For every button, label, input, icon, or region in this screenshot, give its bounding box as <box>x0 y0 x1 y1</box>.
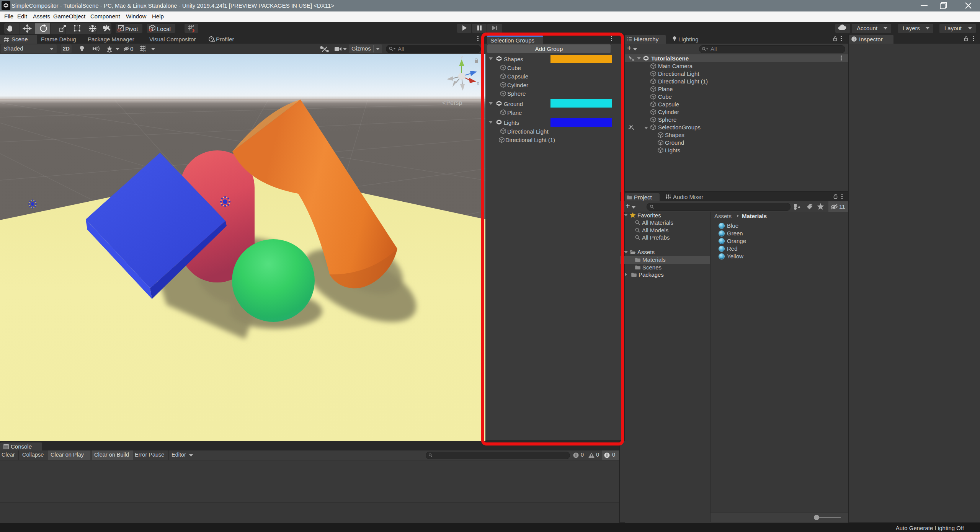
svg-text:0: 0 <box>130 46 133 52</box>
svg-text:x: x <box>477 81 479 85</box>
svg-text:< Persp: < Persp <box>442 100 462 106</box>
svg-text:Y: Y <box>144 49 146 53</box>
svg-text:y: y <box>461 55 463 59</box>
